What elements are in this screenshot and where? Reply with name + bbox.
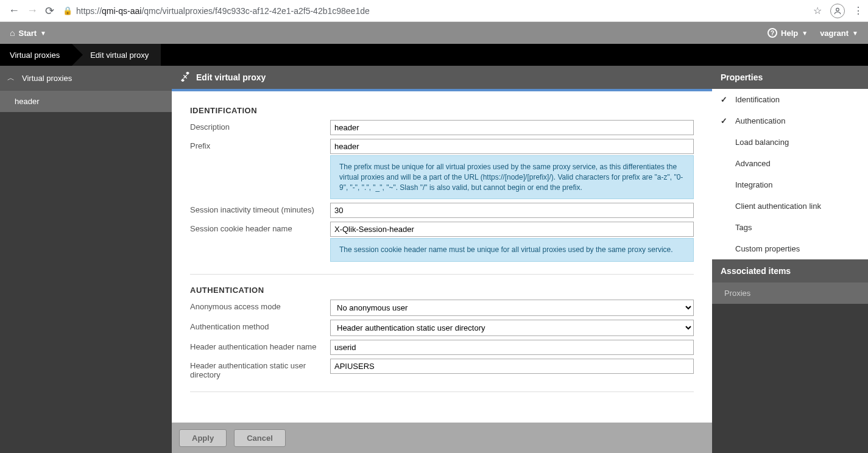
help-icon: ? (767, 28, 777, 38)
anon-label: Anonymous access mode (190, 300, 330, 311)
apply-button[interactable]: Apply (179, 429, 227, 447)
properties-list: Identification Authentication Load balan… (712, 89, 868, 259)
breadcrumb-item-1[interactable]: Virtual proxies (0, 44, 72, 66)
edit-title: Edit virtual proxy (196, 72, 266, 82)
edit-icon (180, 72, 190, 83)
bookmark-icon[interactable]: ☆ (813, 5, 822, 16)
description-label: Description (190, 120, 330, 132)
header-name-label: Header authentication header name (190, 340, 330, 351)
prefix-label: Prefix (190, 139, 330, 150)
prop-client-auth-link[interactable]: Client authentication link (712, 195, 868, 217)
svg-point-0 (836, 8, 839, 11)
url-text: https://qmi-qs-aai/qmc/virtualproxies/f4… (76, 6, 370, 16)
section-authentication-title: AUTHENTICATION (190, 286, 694, 295)
breadcrumb-item-2[interactable]: Edit virtual proxy (72, 44, 161, 66)
associated-proxies[interactable]: Proxies (712, 283, 868, 304)
address-bar[interactable]: 🔒 https://qmi-qs-aai/qmc/virtualproxies/… (63, 6, 813, 16)
chevron-up-icon: ︿ (7, 73, 15, 83)
form-area: IDENTIFICATION Description Prefix The pr… (172, 91, 712, 423)
sidebar-collapser[interactable]: ︿ Virtual proxies (0, 66, 172, 90)
timeout-input[interactable] (330, 203, 694, 218)
user-menu[interactable]: vagrant ▼ (820, 29, 858, 38)
static-dir-label: Header authentication static user direct… (190, 359, 330, 379)
prop-advanced[interactable]: Advanced (712, 153, 868, 174)
timeout-label: Session inactivity timeout (minutes) (190, 203, 330, 214)
breadcrumb: Virtual proxies Edit virtual proxy (0, 44, 868, 66)
description-input[interactable] (330, 120, 694, 135)
method-label: Authentication method (190, 320, 330, 331)
cookie-help: The session cookie header name must be u… (330, 238, 694, 262)
header-name-input[interactable] (330, 340, 694, 355)
prop-tags[interactable]: Tags (712, 217, 868, 238)
edit-header: Edit virtual proxy (172, 66, 712, 91)
associated-header: Associated items (712, 259, 868, 283)
center-panel: Edit virtual proxy IDENTIFICATION Descri… (172, 66, 712, 453)
sidebar-item-header[interactable]: header (0, 90, 172, 112)
cookie-label: Session cookie header name (190, 222, 330, 233)
start-label: Start (18, 29, 37, 38)
chevron-down-icon: ▼ (802, 30, 808, 37)
prop-identification[interactable]: Identification (712, 89, 868, 110)
prop-custom-properties[interactable]: Custom properties (712, 238, 868, 259)
start-menu[interactable]: ⌂ Start ▼ (10, 28, 46, 38)
prop-load-balancing[interactable]: Load balancing (712, 132, 868, 153)
chevron-down-icon: ▼ (40, 30, 46, 37)
section-divider (190, 274, 694, 275)
browser-toolbar: ← → ⟳ 🔒 https://qmi-qs-aai/qmc/virtualpr… (0, 0, 868, 22)
forward-button[interactable]: → (23, 4, 41, 17)
prop-authentication[interactable]: Authentication (712, 110, 868, 132)
profile-icon[interactable] (830, 4, 845, 18)
help-label: Help (781, 29, 798, 38)
lock-icon: 🔒 (63, 6, 72, 15)
sidebar-header-label: Virtual proxies (22, 74, 72, 83)
prop-integration[interactable]: Integration (712, 174, 868, 195)
cancel-button[interactable]: Cancel (234, 429, 286, 447)
chevron-down-icon: ▼ (852, 30, 858, 37)
method-select[interactable]: Header authentication static user direct… (330, 320, 694, 336)
home-icon: ⌂ (10, 28, 15, 38)
help-menu[interactable]: ? Help ▼ (767, 28, 808, 38)
reload-button[interactable]: ⟳ (41, 4, 58, 18)
section-identification-title: IDENTIFICATION (190, 106, 694, 115)
right-sidebar: Properties Identification Authentication… (712, 66, 868, 453)
cookie-input[interactable] (330, 222, 694, 237)
app-topbar: ⌂ Start ▼ ? Help ▼ vagrant ▼ (0, 22, 868, 44)
anon-select[interactable]: No anonymous user (330, 300, 694, 316)
left-sidebar: ︿ Virtual proxies header (0, 66, 172, 453)
properties-header: Properties (712, 66, 868, 89)
prefix-input[interactable] (330, 139, 694, 154)
static-dir-input[interactable] (330, 359, 694, 374)
prefix-help: The prefix must be unique for all virtua… (330, 155, 694, 199)
user-label: vagrant (820, 29, 849, 38)
back-button[interactable]: ← (5, 4, 23, 17)
menu-icon[interactable]: ⋮ (853, 5, 863, 16)
bottom-actions: Apply Cancel (172, 423, 712, 453)
section-divider (190, 392, 694, 392)
